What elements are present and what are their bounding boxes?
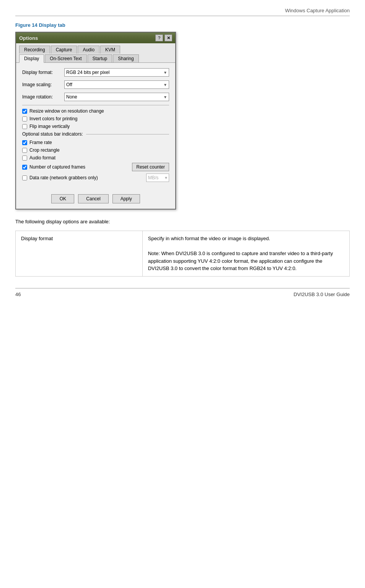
tab-bar: Recording Capture Audio KVM Display On-S… [16,43,175,63]
frame-rate-checkbox[interactable] [22,140,27,145]
invert-colors-label: Invert colors for printing [29,116,77,121]
page-header: Windows Capture Application [15,8,350,16]
image-rotation-label: Image rotation: [22,94,64,100]
flip-image-checkbox[interactable] [22,124,27,129]
divider-1 [22,105,169,105]
description-text: The following display options are availa… [15,219,350,224]
table-row: Display format Specify in which format t… [16,231,350,277]
tab-display[interactable]: Display [19,54,44,63]
display-format-row: Display format: RGB 24 bits per pixel ▼ [22,68,169,77]
page-footer: 46 DVI2USB 3.0 User Guide [15,288,350,297]
data-rate-unit: MB/s [148,175,158,180]
flip-image-label: Flip image vertically [29,124,70,129]
captured-frames-left: Number of captured frames [22,164,85,170]
tab-sharing[interactable]: Sharing [113,54,139,62]
options-dialog: Options ? ✕ Recording Capture Audio KVM … [15,32,176,210]
display-format-select[interactable]: RGB 24 bits per pixel ▼ [64,68,169,77]
invert-colors-checkbox[interactable] [22,116,27,121]
tab-recording[interactable]: Recording [19,46,50,54]
data-rate-left: Data rate (network grabbers only) [22,175,98,180]
table-cell-description: Specify in which format the video or ima… [142,231,349,277]
image-scaling-select[interactable]: Off ▼ [64,80,169,89]
tab-audio[interactable]: Audio [78,46,99,54]
tab-capture[interactable]: Capture [51,46,77,54]
data-rate-label: Data rate (network grabbers only) [29,175,98,180]
dialog-footer: OK Cancel Apply [16,190,175,209]
indicator-crop-rectangle: Crop rectangle [22,147,169,153]
close-button[interactable]: ✕ [165,34,172,41]
image-rotation-arrow: ▼ [163,95,167,99]
checkbox-flip-image: Flip image vertically [22,124,169,129]
image-rotation-row: Image rotation: None ▼ [22,93,169,101]
tab-row-1: Recording Capture Audio KVM [19,46,172,54]
cancel-button[interactable]: Cancel [78,194,108,203]
image-rotation-value: None [66,94,77,100]
resize-window-checkbox[interactable] [22,109,27,114]
dialog-titlebar: Options ? ✕ [16,33,175,43]
checkbox-invert-colors: Invert colors for printing [22,116,169,121]
option-label: Display format [21,236,53,241]
header-title: Windows Capture Application [285,8,350,13]
dialog-controls: ? ✕ [155,34,172,41]
display-format-label: Display format: [22,70,64,75]
page-number: 46 [15,292,21,297]
desc-line-1: Specify in which format the video or ima… [148,235,344,242]
frame-rate-label: Frame rate [29,140,52,145]
indicator-frame-rate: Frame rate [22,140,169,145]
indicator-captured-frames: Number of captured frames Reset counter [22,163,169,171]
tab-startup[interactable]: Startup [88,54,112,62]
captured-frames-label: Number of captured frames [29,164,85,170]
indicator-data-rate: Data rate (network grabbers only) MB/s ▾ [22,174,169,182]
resize-window-label: Resize window on resolution change [29,108,104,114]
audio-format-label: Audio format [29,155,55,161]
image-scaling-row: Image scaling: Off ▼ [22,80,169,89]
data-rate-unit-select[interactable]: MB/s ▾ [146,174,169,182]
footer-title: DVI2USB 3.0 User Guide [293,292,350,297]
crop-rectangle-checkbox[interactable] [22,148,27,153]
desc-note: Note: When DVI2USB 3.0 is configured to … [148,250,344,272]
ok-button[interactable]: OK [51,194,74,203]
display-format-arrow: ▼ [163,70,167,75]
tab-kvm[interactable]: KVM [100,46,120,54]
data-rate-unit-arrow: ▾ [165,175,167,180]
table-cell-option: Display format [16,231,143,277]
tab-onscreen-text[interactable]: On-Screen Text [45,54,86,62]
dialog-body: Display format: RGB 24 bits per pixel ▼ … [16,63,175,190]
indicators-section: Frame rate Crop rectangle Audio format N… [22,140,169,182]
options-table: Display format Specify in which format t… [15,231,350,277]
tab-row-2: Display On-Screen Text Startup Sharing [19,54,172,62]
display-format-value: RGB 24 bits per pixel [66,70,109,75]
apply-button[interactable]: Apply [112,194,140,203]
crop-rectangle-label: Crop rectangle [29,147,60,153]
image-scaling-label: Image scaling: [22,82,64,87]
data-rate-checkbox[interactable] [22,175,27,180]
image-scaling-value: Off [66,82,72,87]
help-button[interactable]: ? [155,34,163,41]
status-bar-label: Optional status bar indicators: [22,131,169,137]
indicator-audio-format: Audio format [22,155,169,161]
audio-format-checkbox[interactable] [22,156,27,161]
dialog-title: Options [19,35,38,41]
captured-frames-checkbox[interactable] [22,165,27,170]
data-rate-right: MB/s ▾ [146,174,169,182]
checkbox-resize-window: Resize window on resolution change [22,108,169,114]
figure-caption: Figure 14 Display tab [15,22,350,28]
image-rotation-select[interactable]: None ▼ [64,93,169,101]
image-scaling-arrow: ▼ [163,83,167,87]
reset-counter-button[interactable]: Reset counter [132,163,169,171]
